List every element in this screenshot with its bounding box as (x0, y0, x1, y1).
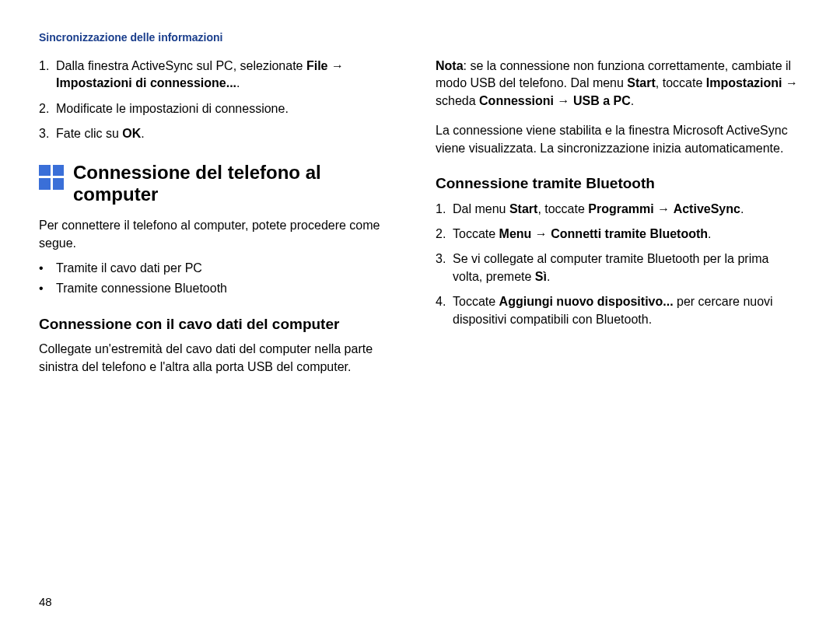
bullet-item: •Tramite il cavo dati per PC (39, 260, 404, 277)
content-columns: 1.Dalla finestra ActiveSync sul PC, sele… (39, 58, 801, 383)
bullet-dot-icon: • (39, 260, 56, 277)
list-item: 1.Dalla finestra ActiveSync sul PC, sele… (39, 58, 404, 93)
section-title: Connessione del telefono al computer (73, 162, 404, 207)
ordered-list-1: 1.Dalla finestra ActiveSync sul PC, sele… (39, 58, 404, 143)
note-label: Nota (436, 59, 464, 72)
list-number: 3. (39, 125, 56, 142)
list-item: 4.Toccate Aggiungi nuovo dispositivo... … (436, 293, 801, 328)
list-number: 3. (436, 250, 453, 285)
list-number: 4. (436, 293, 453, 328)
bullet-item: •Tramite connessione Bluetooth (39, 280, 404, 297)
list-text: Se vi collegate al computer tramite Blue… (453, 250, 801, 285)
note-block: Nota: se la connessione non funziona cor… (436, 58, 801, 110)
left-column: 1.Dalla finestra ActiveSync sul PC, sele… (39, 58, 404, 383)
list-text: Modificate le impostazioni di connession… (56, 100, 404, 117)
right-column: Nota: se la connessione non funziona cor… (436, 58, 801, 383)
list-number: 1. (436, 201, 453, 218)
paragraph: La connessione viene stabilita e la fine… (436, 122, 801, 157)
grid-squares-icon (39, 165, 64, 190)
list-number: 2. (39, 100, 56, 117)
page-number: 48 (39, 595, 52, 608)
subsection-title-bt: Connessione tramite Bluetooth (436, 174, 801, 193)
bullet-dot-icon: • (39, 280, 56, 297)
list-number: 1. (39, 58, 56, 93)
intro-paragraph: Per connettere il telefono al computer, … (39, 217, 404, 252)
note-text: Nota: se la connessione non funziona cor… (436, 58, 801, 110)
list-item: 2.Toccate Menu → Connetti tramite Blueto… (436, 226, 801, 243)
list-text: Fate clic su OK. (56, 125, 404, 142)
bullet-text: Tramite il cavo dati per PC (56, 260, 202, 277)
bullet-list: •Tramite il cavo dati per PC•Tramite con… (39, 260, 404, 298)
section-title-row: Connessione del telefono al computer (39, 162, 404, 207)
bullet-text: Tramite connessione Bluetooth (56, 280, 227, 297)
ordered-list-2: 1.Dal menu Start, toccate Programmi → Ac… (436, 201, 801, 328)
note-body: : se la connessione non funziona corrett… (436, 59, 798, 107)
list-text: Dalla finestra ActiveSync sul PC, selezi… (56, 58, 404, 93)
subsection-title: Connessione con il cavo dati del compute… (39, 315, 404, 334)
list-item: 3.Se vi collegate al computer tramite Bl… (436, 250, 801, 285)
list-item: 3.Fate clic su OK. (39, 125, 404, 142)
list-item: 2.Modificate le impostazioni di connessi… (39, 100, 404, 117)
list-text: Toccate Menu → Connetti tramite Bluetoot… (453, 226, 801, 243)
list-number: 2. (436, 226, 453, 243)
section-header: Sincronizzazione delle informazioni (39, 31, 801, 44)
subsection-paragraph: Collegate un'estremità del cavo dati del… (39, 341, 404, 376)
list-text: Toccate Aggiungi nuovo dispositivo... pe… (453, 293, 801, 328)
list-text: Dal menu Start, toccate Programmi → Acti… (453, 201, 801, 218)
list-item: 1.Dal menu Start, toccate Programmi → Ac… (436, 201, 801, 218)
